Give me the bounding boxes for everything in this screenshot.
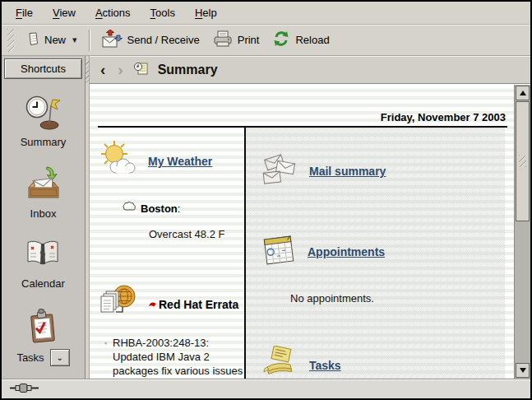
- sidebar-item-summary[interactable]: Summary: [21, 94, 67, 148]
- forward-button[interactable]: ›: [115, 62, 125, 77]
- summary-folder-icon: [133, 61, 149, 79]
- scrollbar-thumb[interactable]: [516, 101, 530, 221]
- small-cloud-icon: [123, 202, 136, 215]
- summary-view: Friday, November 7 2003: [90, 85, 514, 379]
- appointments-empty-text: No appointments.: [290, 292, 505, 305]
- send-receive-icon: [101, 30, 123, 50]
- envelopes-icon: [259, 151, 300, 192]
- calendar-open-book-icon: [24, 237, 62, 277]
- reload-icon: [272, 30, 290, 49]
- toolbar: New ▾ Send / Receive: [2, 25, 530, 56]
- sidebar-item-tasks[interactable]: Tasks ⌄: [16, 307, 69, 366]
- scroll-up-button[interactable]: [516, 86, 530, 100]
- reload-button[interactable]: Reload: [266, 26, 335, 53]
- back-button[interactable]: ‹: [98, 62, 108, 77]
- toolbar-separator: [89, 30, 90, 51]
- page-title: Summary: [158, 63, 218, 77]
- tasks-link[interactable]: Tasks: [309, 359, 341, 372]
- summary-date: Friday, November 7 2003: [90, 85, 514, 126]
- status-bar: [2, 379, 530, 398]
- appointments-section: Appointments: [259, 231, 505, 272]
- summary-clock-flag-icon: [25, 94, 62, 136]
- folder-title-bar: ‹ › Summary: [90, 56, 530, 84]
- errata-section: Red Hat Errata RHBA-2003:248-13: Updated…: [98, 283, 239, 379]
- sticky-notes-icon: [259, 346, 300, 379]
- tasks-clipboard-icon: [24, 307, 62, 349]
- summary-left-column: My Weather Boston:: [90, 128, 246, 379]
- tasks-section: Tasks: [259, 346, 505, 379]
- new-note-icon: [26, 32, 39, 49]
- scroll-down-button[interactable]: [516, 363, 530, 378]
- weather-location-row: Boston:: [123, 202, 239, 215]
- errata-title: Red Hat Errata: [148, 298, 238, 311]
- errata-item[interactable]: RHBA-2003:248-13: Updated IBM Java 2 pac…: [104, 336, 249, 378]
- print-button[interactable]: Print: [206, 26, 266, 53]
- shortcut-group-dropdown-button[interactable]: ⌄: [50, 349, 70, 366]
- evolution-window: File View Actions Tools Help New ▾: [0, 0, 532, 400]
- appointments-link[interactable]: Appointments: [308, 245, 385, 258]
- my-weather-link[interactable]: My Weather: [148, 155, 212, 168]
- sidebar-item-calendar[interactable]: Calendar: [21, 237, 65, 290]
- weather-section: My Weather: [98, 139, 239, 184]
- new-button[interactable]: New ▾: [20, 28, 84, 53]
- online-connector-icon: [9, 382, 40, 397]
- inbox-tray-envelope-icon: [25, 165, 62, 207]
- sidebar-item-inbox[interactable]: Inbox: [25, 165, 62, 220]
- mail-summary-section: Mail summary: [259, 151, 505, 192]
- menu-help[interactable]: Help: [187, 3, 224, 22]
- sun-cloud-weather-icon: [98, 139, 139, 184]
- menu-actions[interactable]: Actions: [88, 3, 138, 22]
- menu-file[interactable]: File: [8, 3, 40, 22]
- shortcut-bar: Shortcuts: [2, 56, 86, 379]
- send-receive-button[interactable]: Send / Receive: [95, 26, 206, 54]
- appointments-calendar-icon: [259, 231, 298, 272]
- new-dropdown-chevron-icon[interactable]: ▾: [72, 35, 77, 45]
- shortcuts-group-button[interactable]: Shortcuts: [4, 58, 82, 79]
- toolbar-drag-handle[interactable]: [7, 29, 14, 52]
- errata-list: RHBA-2003:248-13: Updated IBM Java 2 pac…: [104, 336, 249, 379]
- mail-summary-link[interactable]: Mail summary: [309, 165, 386, 178]
- menu-bar: File View Actions Tools Help: [2, 2, 530, 25]
- summary-right-column: Mail summary: [246, 128, 505, 379]
- printer-icon: [213, 30, 233, 49]
- menu-tools[interactable]: Tools: [143, 3, 183, 22]
- errata-papers-globe-icon: [98, 283, 139, 326]
- red-hat-icon: [148, 298, 157, 311]
- weather-condition: Overcast 48.2 F: [149, 228, 239, 240]
- menu-view[interactable]: View: [45, 3, 83, 22]
- vertical-scrollbar[interactable]: [514, 85, 530, 379]
